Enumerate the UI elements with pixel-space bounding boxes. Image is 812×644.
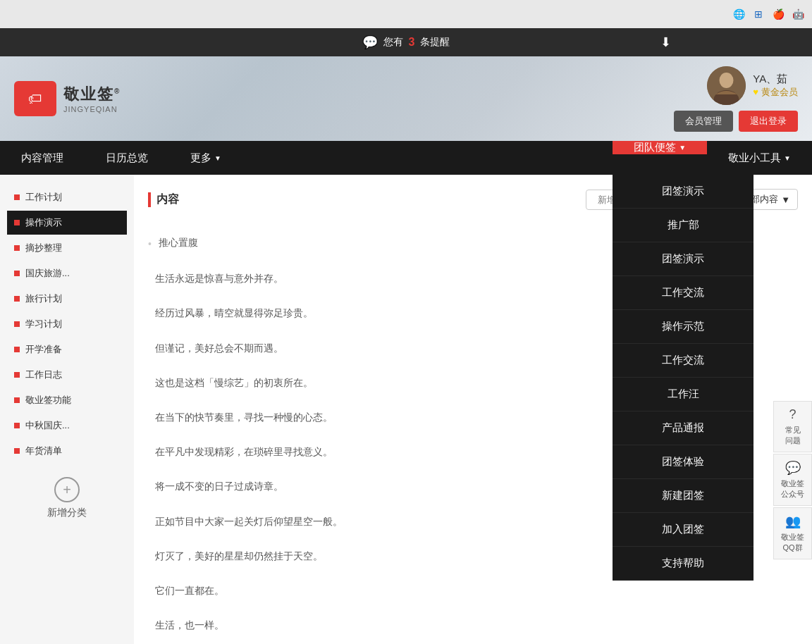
dropdown-item-caozuo-shifan[interactable]: 操作示范: [613, 310, 753, 344]
wechat-label: 敬业签公众号: [781, 478, 804, 500]
logout-button[interactable]: 退出登录: [739, 111, 798, 132]
wechat-tool[interactable]: 💬 敬业签公众号: [773, 454, 812, 506]
chevron-down-icon-tools: ▼: [784, 154, 791, 162]
download-icon[interactable]: ⬇: [660, 35, 671, 50]
chevron-down-icon-team: ▼: [679, 144, 686, 151]
qq-tool[interactable]: 👥 敬业签QQ群: [773, 507, 812, 559]
content-entry-10: 它们一直都在。: [148, 579, 798, 602]
logo-text: 敬业签® JINGYEQIAN: [63, 84, 121, 113]
logo-icon: 🏷: [28, 91, 42, 107]
dropdown-item-zhichi-bangzhu[interactable]: 支持帮助: [613, 547, 753, 581]
browser-bar: 🌐 ⊞ 🍎 🤖: [0, 0, 812, 28]
logo-pinyin: JINGYEQIAN: [63, 105, 121, 113]
sidebar-bullet: [14, 397, 20, 403]
user-top: YA、茹 ♥ 黄金会员: [707, 66, 798, 105]
logo-box: 🏷: [14, 81, 56, 116]
faq-tool[interactable]: ? 常见问题: [773, 401, 812, 452]
sidebar-item-zhongqiu-guoqing[interactable]: 中秋国庆...: [7, 414, 127, 438]
new-category-button[interactable]: + 新增分类: [7, 477, 127, 519]
sidebar-bullet: [14, 296, 20, 302]
question-icon: ?: [789, 407, 796, 422]
wechat-icon: 💬: [785, 460, 801, 476]
sidebar-item-xuexi-jihua[interactable]: 学习计划: [7, 312, 127, 336]
dropdown-item-xinjian-tuanqian[interactable]: 新建团签: [613, 479, 753, 513]
sidebar-bullet: [14, 448, 20, 454]
chevron-down-icon: ▼: [214, 154, 221, 162]
sidebar: 工作计划 操作演示 摘抄整理 国庆旅游... 旅行计划 学习计划 开学准备 工: [0, 175, 134, 644]
sidebar-item-jingyeqian-gongneng[interactable]: 敬业签功能: [7, 388, 127, 412]
header: 🏷 敬业签® JINGYEQIAN YA、茹 ♥: [0, 56, 812, 141]
user-name: YA、茹: [753, 73, 798, 86]
nav-team-note-wrapper: 团队便签 ▼ 团签演示 推广部 团签演示 工作交流 操作示范 工作交流 工作汪 …: [613, 141, 707, 175]
dropdown-item-gongzuo-wang[interactable]: 工作汪: [613, 378, 753, 411]
notif-suffix: 条提醒: [420, 36, 450, 49]
windows-icon[interactable]: ⊞: [751, 7, 765, 21]
svg-point-1: [720, 73, 734, 88]
dropdown-item-gongzuo-jiaoliu-1[interactable]: 工作交流: [613, 276, 753, 310]
nav-content-mgmt[interactable]: 内容管理: [0, 141, 85, 175]
dropdown-item-tuanqian-yanshi-1[interactable]: 团签演示: [613, 175, 753, 209]
sidebar-item-kaixue-zhunbei[interactable]: 开学准备: [7, 338, 127, 361]
chevron-down-icon-filter: ▼: [781, 194, 790, 205]
sidebar-bullet: [14, 347, 20, 352]
sidebar-item-gongzuo-rizhi[interactable]: 工作日志: [7, 363, 127, 387]
main-nav: 内容管理 日历总览 更多 ▼ 团队便签 ▼ 团签演示 推广部 团签演示 工作交流…: [0, 141, 812, 175]
notification-bar: 💬 您有 3 条提醒 ⬇: [0, 28, 812, 56]
sidebar-bullet: [14, 194, 20, 200]
logo-name: 敬业签®: [63, 84, 121, 105]
user-badge: ♥ 黄金会员: [753, 86, 798, 99]
dropdown-item-jiaru-tuanqian[interactable]: 加入团签: [613, 513, 753, 547]
sidebar-item-caozuo-yanshi[interactable]: 操作演示: [7, 211, 127, 235]
nav-calendar[interactable]: 日历总览: [85, 141, 169, 175]
ie-icon[interactable]: 🌐: [732, 7, 746, 21]
sidebar-bullet: [14, 245, 20, 251]
sidebar-item-lvxing-jihua[interactable]: 旅行计划: [7, 287, 127, 311]
browser-icons: 🌐 ⊞ 🍎 🤖: [732, 7, 805, 21]
qq-icon: 👥: [785, 514, 801, 529]
apple-icon[interactable]: 🍎: [771, 7, 785, 21]
sidebar-item-zhaichao-zhengli[interactable]: 摘抄整理: [7, 236, 127, 260]
nav-more[interactable]: 更多 ▼: [169, 141, 242, 175]
content-entry-11: 生活，也一样。: [148, 614, 798, 637]
sidebar-item-guoqing-lvyou[interactable]: 国庆旅游...: [7, 261, 127, 285]
notif-icon: 💬: [362, 35, 378, 50]
entry-bullet: •: [148, 235, 152, 253]
sidebar-bullet: [14, 423, 20, 428]
team-note-dropdown: 团签演示 推广部 团签演示 工作交流 操作示范 工作交流 工作汪 产品通报 团签…: [613, 175, 753, 581]
sidebar-item-gongzuo-jihua[interactable]: 工作计划: [7, 185, 127, 209]
notif-prefix: 您有: [383, 36, 403, 49]
nav-team-note[interactable]: 团队便签 ▼: [613, 141, 707, 154]
dropdown-item-tuiguang[interactable]: 推广部: [613, 209, 753, 242]
sidebar-bullet-active: [14, 220, 20, 225]
faq-label: 常见问题: [785, 425, 801, 446]
sidebar-item-nianhuo-qingdan[interactable]: 年货清单: [7, 439, 127, 463]
gold-icon: ♥: [753, 87, 758, 97]
logo-area: 🏷 敬业签® JINGYEQIAN: [14, 81, 121, 116]
content-title: 内容: [148, 192, 179, 207]
qq-label: 敬业签QQ群: [781, 532, 804, 553]
dropdown-item-tuanqian-tiyan[interactable]: 团签体验: [613, 445, 753, 479]
sidebar-bullet: [14, 321, 20, 327]
dropdown-item-gongzuo-jiaoliu-2[interactable]: 工作交流: [613, 344, 753, 378]
dropdown-item-tuanqian-yanshi-2[interactable]: 团签演示: [613, 242, 753, 276]
plus-circle-icon: +: [54, 477, 80, 502]
user-area: YA、茹 ♥ 黄金会员 会员管理 退出登录: [674, 66, 798, 132]
notif-count: 3: [409, 36, 415, 49]
user-info: YA、茹 ♥ 黄金会员: [753, 73, 798, 99]
sidebar-bullet: [14, 372, 20, 378]
dropdown-item-chanpin-tongbao[interactable]: 产品通报: [613, 411, 753, 445]
avatar: [707, 66, 746, 105]
android-icon[interactable]: 🤖: [791, 7, 805, 21]
new-category-label: 新增分类: [47, 507, 87, 519]
sidebar-bullet: [14, 271, 20, 276]
member-manage-button[interactable]: 会员管理: [674, 111, 733, 132]
nav-tools[interactable]: 敬业小工具 ▼: [707, 141, 812, 175]
right-tools-panel: ? 常见问题 💬 敬业签公众号 👥 敬业签QQ群: [773, 401, 812, 559]
user-buttons: 会员管理 退出登录: [674, 111, 798, 132]
